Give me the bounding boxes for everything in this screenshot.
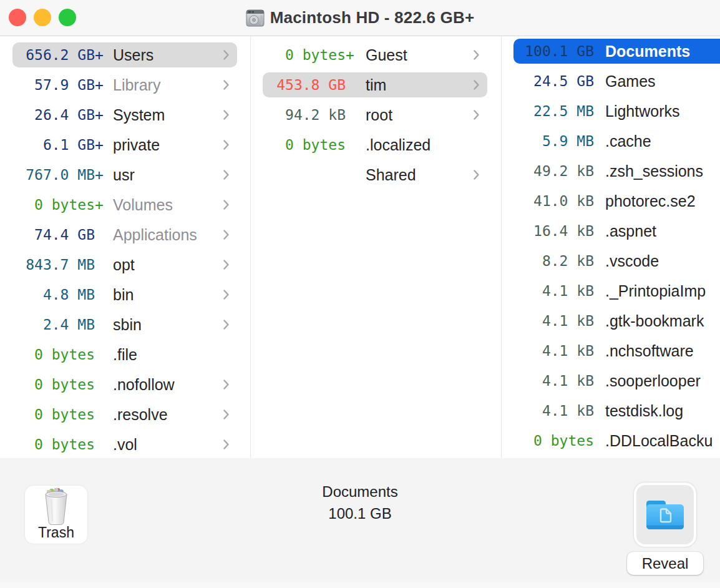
item-name: .gtk-bookmark [605,312,704,330]
list-item[interactable]: 41.0 kBphotorec.se2 [513,189,720,213]
item-size: 22.5 MB [513,103,594,119]
list-item[interactable]: 16.4 kB.aspnet [513,218,720,243]
chevron-right-icon [223,229,230,240]
list-item[interactable]: 22.5 MBLightworks [513,99,720,124]
item-size: 5.9 MB [513,133,594,149]
item-size: 100.1 GB [513,43,594,59]
list-item[interactable]: 8.2 kB.vscode [513,248,720,273]
item-name: .zsh_sessions [605,162,703,180]
item-size: 0 bytes [12,346,95,363]
chevron-right-icon [223,49,230,61]
item-size: 843.7 MB [12,257,95,273]
chevron-right-icon [473,109,480,120]
list-item[interactable]: 767.0 MB+usr [12,162,237,187]
list-item[interactable]: 0 bytes.localized [263,132,487,157]
list-item[interactable]: 656.2 GB+Users [12,42,237,67]
list-item[interactable]: 2.4 MBsbin [12,312,237,337]
item-size: 2.4 MB [12,316,95,333]
item-name: Volumes [113,196,173,214]
item-name: .vscode [605,252,659,270]
list-item[interactable]: 4.1 kBtestdisk.log [513,398,720,423]
item-name: .cache [605,132,651,150]
item-name: .resolve [113,406,168,424]
chevron-right-icon [473,79,480,91]
list-item[interactable]: 26.4 GB+System [12,102,237,127]
selected-item-preview[interactable] [634,483,696,547]
item-name: Documents [605,42,690,61]
title-area: Macintosh HD - 822.6 GB+ [0,0,720,36]
list-item[interactable]: 0 bytes+Guest [263,42,487,67]
selection-size: 100.1 GB [0,506,720,521]
list-item[interactable]: 453.8 GBtim [263,72,487,97]
item-size: 41.0 kB [513,193,594,209]
list-item[interactable]: 0 bytes.nofollow [12,372,237,397]
item-size: 4.1 kB [513,403,594,419]
list-item[interactable]: Shared [263,162,487,187]
chevron-right-icon [473,169,480,180]
chevron-right-icon [223,379,230,390]
list-item[interactable]: 0 bytes.file [12,342,237,367]
item-size: 8.2 kB [513,253,594,269]
item-size: 0 bytes [263,137,346,153]
item-size: 656.2 GB [12,47,95,63]
item-size: 94.2 kB [263,107,346,123]
selection-name: Documents [0,484,720,499]
list-item[interactable]: 4.1 kB.sooperlooper [513,368,720,393]
column-macintosh-hd: 656.2 GB+Users 57.9 GB+Library 26.4 GB+S… [0,36,251,458]
list-item[interactable]: 843.7 MBopt [12,252,237,277]
item-name: Applications [113,226,197,244]
item-size: 4.1 kB [513,373,594,389]
list-item[interactable]: 0 bytes.vol [12,432,237,457]
item-name: sbin [113,316,142,334]
item-size: 0 bytes [263,47,346,63]
selection-info: Documents 100.1 GB [0,484,720,521]
chevron-right-icon [223,199,230,210]
item-name: Games [605,72,656,91]
item-name: Guest [366,46,407,64]
chevron-right-icon [223,169,230,180]
list-item[interactable]: 5.9 MB.cache [513,129,720,154]
list-item[interactable]: 4.8 MBbin [12,282,237,307]
list-item[interactable]: 94.2 kBroot [263,102,487,127]
item-size-plus: + [95,197,104,213]
item-size-plus: + [95,107,104,123]
list-item[interactable]: 49.2 kB.zsh_sessions [513,159,720,184]
item-name: Shared [366,166,416,184]
list-item[interactable]: 0 bytes+Volumes [12,192,237,217]
chevron-right-icon [223,289,230,300]
list-item[interactable]: 4.1 kB._PrintopiaImp [513,278,720,303]
chevron-right-icon [223,79,230,91]
chevron-right-icon [223,139,230,150]
chevron-right-icon [223,259,230,270]
window-title: Macintosh HD - 822.6 GB+ [270,8,475,27]
item-size-plus: + [95,137,104,153]
item-name: bin [113,286,134,304]
list-item[interactable]: 6.1 GB+private [12,132,237,157]
list-item[interactable]: 74.4 GBApplications [12,222,237,247]
item-name: .nchsoftware [605,342,694,360]
item-size: 6.1 GB [12,137,95,153]
list-item[interactable]: 24.5 GBGames [513,69,720,94]
item-size: 74.4 GB [12,227,95,243]
item-name: System [113,106,165,124]
list-item[interactable]: 0 bytes.resolve [12,402,237,427]
list-item[interactable]: 100.1 GBDocuments [513,39,720,64]
item-name: usr [113,166,135,184]
list-item[interactable]: 0 bytes.DDLocalBacku [513,428,720,453]
list-item[interactable]: 4.1 kB.nchsoftware [513,338,720,363]
item-name: Library [113,76,160,94]
reveal-button[interactable]: Reveal [627,552,703,575]
list-item[interactable]: 4.1 kB.gtk-bookmark [513,308,720,333]
item-name: .aspnet [605,222,656,240]
item-name: testdisk.log [605,402,683,420]
bottom-bar: Trash Documents 100.1 GB [0,458,720,588]
chevron-right-icon [223,439,230,450]
item-size: 26.4 GB [12,107,95,123]
column-users: 0 bytes+Guest 453.8 GBtim 94.2 kBroot 0 … [251,36,502,458]
item-size: 453.8 GB [263,77,346,93]
list-item[interactable]: 57.9 GB+Library [12,72,237,97]
item-name: opt [113,256,135,274]
item-size-plus: + [95,77,104,93]
item-size: 0 bytes [12,436,95,453]
documents-folder-icon [644,498,686,532]
